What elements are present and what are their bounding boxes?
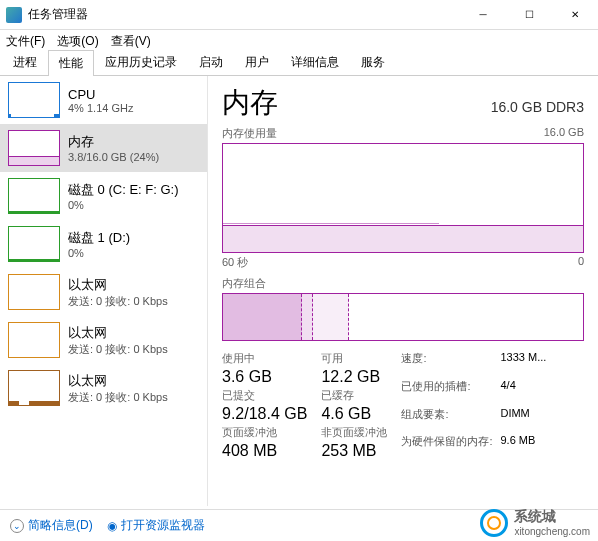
composition-label: 内存组合	[222, 276, 584, 291]
window-controls: ─ ☐ ✕	[460, 0, 598, 30]
menu-view[interactable]: 查看(V)	[111, 33, 151, 50]
window-title: 任务管理器	[28, 6, 460, 23]
sidebar-item-name: 以太网	[68, 372, 199, 390]
committed-label: 已提交	[222, 388, 307, 403]
titlebar: 任务管理器 ─ ☐ ✕	[0, 0, 598, 30]
thumb-mem-icon	[8, 130, 60, 166]
sidebar-item-stat: 发送: 0 接收: 0 Kbps	[68, 342, 199, 357]
memory-composition-chart	[222, 293, 584, 341]
close-button[interactable]: ✕	[552, 0, 598, 30]
sidebar-item-cpu-0[interactable]: CPU 4% 1.14 GHz	[0, 76, 207, 124]
chart-label-right: 16.0 GB	[544, 126, 584, 141]
memory-details: 速度:1333 M... 已使用的插槽:4/4 组成要素:DIMM 为硬件保留的…	[401, 351, 546, 460]
in-use-value: 3.6 GB	[222, 368, 307, 386]
tab-details[interactable]: 详细信息	[280, 49, 350, 75]
memory-capacity: 16.0 GB DDR3	[491, 99, 584, 115]
axis-right: 0	[578, 255, 584, 270]
tabbar: 进程 性能 应用历史记录 启动 用户 详细信息 服务	[0, 52, 598, 76]
slots-label: 已使用的插槽:	[401, 379, 492, 405]
nonpaged-label: 非页面缓冲池	[321, 425, 387, 440]
sidebar-item-name: 以太网	[68, 276, 199, 294]
watermark-logo-icon	[480, 509, 508, 537]
watermark: 系统城 xitongcheng.com	[480, 508, 590, 537]
app-icon	[6, 7, 22, 23]
sidebar: CPU 4% 1.14 GHz 内存 3.8/16.0 GB (24%) 磁盘 …	[0, 76, 208, 506]
thumb-disk-icon	[8, 178, 60, 214]
available-value: 12.2 GB	[321, 368, 387, 386]
sidebar-item-eth2-6[interactable]: 以太网 发送: 0 接收: 0 Kbps	[0, 364, 207, 412]
minimize-button[interactable]: ─	[460, 0, 506, 30]
thumb-eth1-icon	[8, 322, 60, 358]
committed-value: 9.2/18.4 GB	[222, 405, 307, 423]
available-label: 可用	[321, 351, 387, 366]
slots-value: 4/4	[500, 379, 546, 405]
form-value: DIMM	[500, 407, 546, 433]
sidebar-item-name: 磁盘 1 (D:)	[68, 229, 199, 247]
thumb-eth0-icon	[8, 274, 60, 310]
comp-free	[349, 294, 583, 340]
comp-standby	[313, 294, 349, 340]
page-title: 内存	[222, 84, 278, 122]
brief-info-toggle[interactable]: ⌄ 简略信息(D)	[10, 517, 93, 534]
chevron-down-icon: ⌄	[10, 519, 24, 533]
form-label: 组成要素:	[401, 407, 492, 433]
sidebar-item-name: 以太网	[68, 324, 199, 342]
nonpaged-value: 253 MB	[321, 442, 387, 460]
menu-file[interactable]: 文件(F)	[6, 33, 45, 50]
sidebar-item-stat: 4% 1.14 GHz	[68, 102, 199, 114]
sidebar-item-name: 磁盘 0 (C: E: F: G:)	[68, 181, 199, 199]
tab-performance[interactable]: 性能	[48, 50, 94, 76]
content: CPU 4% 1.14 GHz 内存 3.8/16.0 GB (24%) 磁盘 …	[0, 76, 598, 506]
watermark-url: xitongcheng.com	[514, 526, 590, 537]
sidebar-item-name: 内存	[68, 133, 199, 151]
watermark-text: 系统城	[514, 508, 590, 526]
thumb-cpu-icon	[8, 82, 60, 118]
resmon-icon: ◉	[107, 519, 117, 533]
sidebar-item-eth1-5[interactable]: 以太网 发送: 0 接收: 0 Kbps	[0, 316, 207, 364]
tab-app-history[interactable]: 应用历史记录	[94, 49, 188, 75]
comp-modified	[302, 294, 313, 340]
chart-fill	[223, 225, 583, 252]
tab-startup[interactable]: 启动	[188, 49, 234, 75]
thumb-eth2-icon	[8, 370, 60, 406]
tab-services[interactable]: 服务	[350, 49, 396, 75]
open-resource-monitor[interactable]: ◉ 打开资源监视器	[107, 517, 205, 534]
menu-options[interactable]: 选项(O)	[57, 33, 98, 50]
sidebar-item-disk-3[interactable]: 磁盘 1 (D:) 0%	[0, 220, 207, 268]
hwreserved-value: 9.6 MB	[500, 434, 546, 460]
sidebar-item-mem-1[interactable]: 内存 3.8/16.0 GB (24%)	[0, 124, 207, 172]
cached-label: 已缓存	[321, 388, 387, 403]
sidebar-item-stat: 发送: 0 接收: 0 Kbps	[68, 390, 199, 405]
maximize-button[interactable]: ☐	[506, 0, 552, 30]
sidebar-item-stat: 0%	[68, 199, 199, 211]
main-panel: 内存 16.0 GB DDR3 内存使用量 16.0 GB 60 秒 0 内存组…	[208, 76, 598, 506]
tab-processes[interactable]: 进程	[2, 49, 48, 75]
axis-left: 60 秒	[222, 255, 248, 270]
comp-in-use	[223, 294, 302, 340]
cached-value: 4.6 GB	[321, 405, 387, 423]
paged-label: 页面缓冲池	[222, 425, 307, 440]
memory-usage-chart	[222, 143, 584, 253]
tab-users[interactable]: 用户	[234, 49, 280, 75]
sidebar-item-stat: 3.8/16.0 GB (24%)	[68, 151, 199, 163]
chart-label-left: 内存使用量	[222, 126, 277, 141]
speed-label: 速度:	[401, 351, 492, 377]
sidebar-item-stat: 0%	[68, 247, 199, 259]
speed-value: 1333 M...	[500, 351, 546, 377]
memory-stats: 使用中 3.6 GB 已提交 9.2/18.4 GB 页面缓冲池 408 MB …	[222, 351, 584, 460]
sidebar-item-stat: 发送: 0 接收: 0 Kbps	[68, 294, 199, 309]
in-use-label: 使用中	[222, 351, 307, 366]
paged-value: 408 MB	[222, 442, 307, 460]
sidebar-item-name: CPU	[68, 87, 199, 102]
hwreserved-label: 为硬件保留的内存:	[401, 434, 492, 460]
thumb-disk-icon	[8, 226, 60, 262]
sidebar-item-disk-2[interactable]: 磁盘 0 (C: E: F: G:) 0%	[0, 172, 207, 220]
sidebar-item-eth0-4[interactable]: 以太网 发送: 0 接收: 0 Kbps	[0, 268, 207, 316]
